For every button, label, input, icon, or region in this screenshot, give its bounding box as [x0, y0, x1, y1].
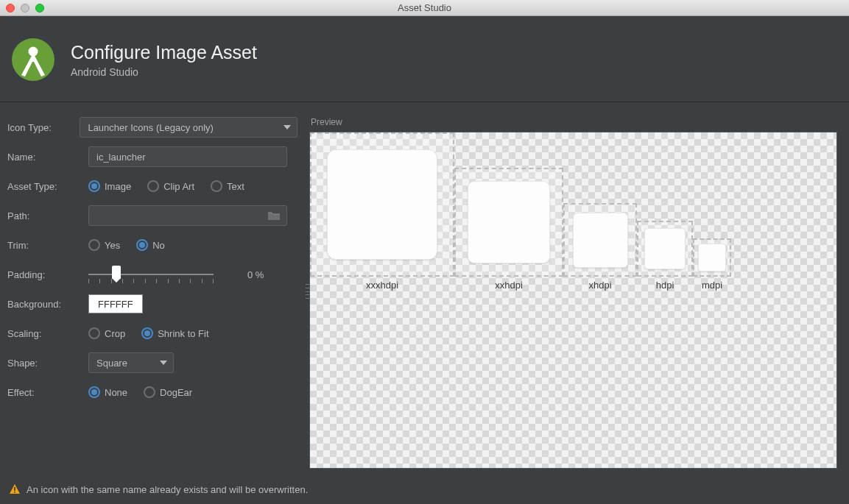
scaling-label: Scaling: [7, 328, 88, 339]
padding-value: 0 % [247, 269, 264, 280]
radio-icon [141, 327, 153, 339]
footer-warning-text: An icon with the same name already exist… [27, 484, 308, 495]
density-label: xxhdpi [495, 280, 523, 291]
density-preview-xhdpi: xhdpi [563, 203, 637, 295]
radio-icon [88, 239, 100, 251]
padding-slider[interactable] [88, 266, 214, 283]
form-panel: Icon Type: Launcher Icons (Legacy only) … [7, 117, 297, 469]
svg-rect-3 [14, 491, 15, 493]
radio-icon [147, 180, 159, 192]
asset-type-clipart-radio[interactable]: Clip Art [147, 180, 202, 192]
radio-icon [88, 327, 100, 339]
padding-label: Padding: [7, 269, 88, 280]
radio-icon [211, 180, 222, 192]
footer-warning: An icon with the same name already exist… [0, 476, 849, 504]
name-label: Name: [7, 152, 88, 163]
effect-none-radio[interactable]: None [88, 386, 135, 398]
density-label: hdpi [656, 280, 674, 291]
scaling-crop-radio[interactable]: Crop [88, 327, 133, 339]
trim-label: Trim: [7, 240, 88, 251]
icon-type-value: Launcher Icons (Legacy only) [88, 122, 214, 133]
name-input[interactable]: ic_launcher [88, 146, 287, 167]
density-preview-mdpi: mdpi [693, 238, 731, 295]
scaling-shrink-radio[interactable]: Shrink to Fit [141, 327, 216, 339]
android-studio-logo-icon [12, 38, 54, 81]
asset-type-label: Asset Type: [7, 181, 88, 192]
page-subtitle: Android Studio [71, 66, 257, 78]
density-preview-xxxhdpi: xxxhdpi [310, 132, 454, 295]
radio-icon [88, 180, 100, 192]
preview-area: xxxhdpixxhdpixhdpihdpimdpi [309, 132, 837, 469]
effect-dogear-radio[interactable]: DogEar [144, 386, 200, 398]
shape-value: Square [96, 358, 127, 369]
density-label: mdpi [702, 280, 722, 291]
window-title: Asset Studio [0, 2, 849, 13]
path-label: Path: [7, 210, 88, 221]
density-preview-xxhdpi: xxhdpi [454, 168, 563, 295]
dialog-header: Configure Image Asset Android Studio [0, 16, 849, 102]
background-color-input[interactable]: FFFFFF [88, 294, 143, 313]
radio-icon [88, 386, 100, 398]
background-label: Background: [7, 299, 88, 310]
preview-label: Preview [309, 117, 837, 127]
radio-icon [144, 386, 155, 398]
shape-select[interactable]: Square [88, 352, 174, 373]
radio-icon [136, 239, 148, 251]
shape-label: Shape: [7, 358, 88, 369]
density-label: xhdpi [588, 280, 611, 291]
asset-type-text-radio[interactable]: Text [211, 180, 252, 192]
name-value: ic_launcher [96, 152, 146, 163]
density-label: xxxhdpi [366, 280, 398, 291]
asset-type-image-radio[interactable]: Image [88, 180, 138, 192]
page-title: Configure Image Asset [71, 42, 257, 63]
folder-icon[interactable] [267, 210, 281, 221]
icon-type-label: Icon Type: [7, 122, 80, 133]
chevron-down-icon [283, 125, 291, 129]
chevron-down-icon [160, 361, 167, 365]
effect-label: Effect: [7, 387, 88, 398]
density-preview-hdpi: hdpi [637, 221, 693, 295]
path-input[interactable] [88, 205, 287, 226]
trim-no-radio[interactable]: No [136, 239, 172, 251]
svg-rect-2 [14, 487, 15, 491]
slider-thumb[interactable] [112, 266, 121, 279]
titlebar: Asset Studio [0, 0, 849, 16]
warning-icon [9, 483, 21, 495]
icon-type-select[interactable]: Launcher Icons (Legacy only) [80, 117, 297, 138]
trim-yes-radio[interactable]: Yes [88, 239, 127, 251]
background-color-value: FFFFFF [98, 299, 133, 310]
